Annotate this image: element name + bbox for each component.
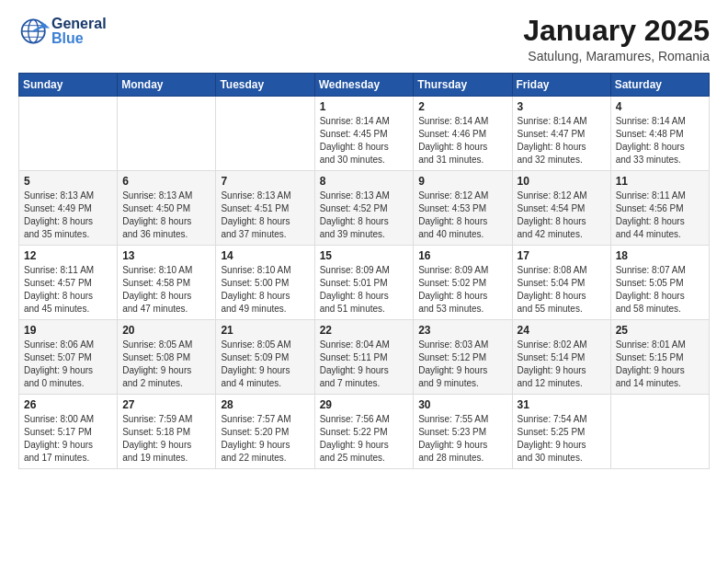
day-number: 4 — [616, 100, 704, 113]
table-row: 31Sunrise: 7:54 AMSunset: 5:25 PMDayligh… — [512, 395, 610, 469]
col-tuesday: Tuesday — [216, 74, 314, 97]
day-number: 16 — [418, 249, 506, 262]
table-row: 2Sunrise: 8:14 AMSunset: 4:46 PMDaylight… — [414, 97, 512, 171]
day-info: Sunrise: 8:06 AMSunset: 5:07 PMDaylight:… — [24, 339, 112, 390]
day-info: Sunrise: 8:08 AMSunset: 5:04 PMDaylight:… — [518, 264, 606, 316]
main-title: January 2025 — [523, 15, 710, 47]
table-row: 10Sunrise: 8:12 AMSunset: 4:54 PMDayligh… — [512, 171, 610, 246]
logo-blue-text: Blue — [51, 31, 107, 46]
table-row — [19, 97, 118, 171]
table-row: 3Sunrise: 8:14 AMSunset: 4:47 PMDaylight… — [512, 97, 610, 171]
day-number: 5 — [24, 175, 112, 188]
calendar-week-row: 26Sunrise: 8:00 AMSunset: 5:17 PMDayligh… — [19, 395, 710, 469]
table-row — [610, 395, 709, 469]
day-info: Sunrise: 8:13 AMSunset: 4:51 PMDaylight:… — [221, 190, 309, 241]
day-number: 25 — [616, 324, 704, 337]
calendar-week-row: 1Sunrise: 8:14 AMSunset: 4:45 PMDaylight… — [19, 97, 710, 171]
table-row: 16Sunrise: 8:09 AMSunset: 5:02 PMDayligh… — [414, 246, 512, 320]
day-number: 6 — [122, 175, 210, 188]
table-row: 27Sunrise: 7:59 AMSunset: 5:18 PMDayligh… — [118, 395, 216, 469]
day-number: 31 — [518, 398, 606, 411]
day-info: Sunrise: 8:05 AMSunset: 5:09 PMDaylight:… — [221, 339, 309, 390]
calendar-week-row: 5Sunrise: 8:13 AMSunset: 4:49 PMDaylight… — [19, 171, 710, 246]
day-info: Sunrise: 8:13 AMSunset: 4:52 PMDaylight:… — [320, 190, 409, 241]
col-wednesday: Wednesday — [314, 74, 414, 97]
day-info: Sunrise: 8:11 AMSunset: 4:56 PMDaylight:… — [616, 190, 704, 241]
day-number: 19 — [24, 324, 112, 337]
table-row: 7Sunrise: 8:13 AMSunset: 4:51 PMDaylight… — [216, 171, 314, 246]
day-number: 10 — [518, 175, 606, 188]
day-info: Sunrise: 7:55 AMSunset: 5:23 PMDaylight:… — [418, 413, 506, 465]
day-number: 29 — [320, 398, 409, 411]
day-info: Sunrise: 8:14 AMSunset: 4:46 PMDaylight:… — [418, 115, 506, 167]
table-row: 12Sunrise: 8:11 AMSunset: 4:57 PMDayligh… — [19, 246, 118, 320]
table-row: 28Sunrise: 7:57 AMSunset: 5:20 PMDayligh… — [216, 395, 314, 469]
day-info: Sunrise: 8:09 AMSunset: 5:01 PMDaylight:… — [320, 264, 409, 316]
title-block: January 2025 Satulung, Maramures, Romani… — [523, 15, 710, 63]
table-row: 23Sunrise: 8:03 AMSunset: 5:12 PMDayligh… — [414, 320, 512, 395]
logo-text: General Blue — [51, 17, 107, 46]
day-info: Sunrise: 8:01 AMSunset: 5:15 PMDaylight:… — [616, 339, 704, 390]
table-row: 15Sunrise: 8:09 AMSunset: 5:01 PMDayligh… — [314, 246, 414, 320]
day-number: 30 — [418, 398, 506, 411]
day-number: 12 — [24, 249, 112, 262]
table-row: 13Sunrise: 8:10 AMSunset: 4:58 PMDayligh… — [118, 246, 216, 320]
day-info: Sunrise: 8:05 AMSunset: 5:08 PMDaylight:… — [122, 339, 210, 390]
table-row: 19Sunrise: 8:06 AMSunset: 5:07 PMDayligh… — [19, 320, 118, 395]
header: General Blue January 2025 Satulung, Mara… — [18, 15, 710, 63]
table-row — [216, 97, 314, 171]
table-row: 4Sunrise: 8:14 AMSunset: 4:48 PMDaylight… — [610, 97, 709, 171]
table-row: 26Sunrise: 8:00 AMSunset: 5:17 PMDayligh… — [19, 395, 118, 469]
table-row: 17Sunrise: 8:08 AMSunset: 5:04 PMDayligh… — [512, 246, 610, 320]
page: General Blue January 2025 Satulung, Mara… — [0, 0, 728, 484]
day-number: 26 — [24, 398, 112, 411]
table-row: 11Sunrise: 8:11 AMSunset: 4:56 PMDayligh… — [610, 171, 709, 246]
day-number: 27 — [122, 398, 210, 411]
table-row: 29Sunrise: 7:56 AMSunset: 5:22 PMDayligh… — [314, 395, 414, 469]
col-friday: Friday — [512, 74, 610, 97]
day-info: Sunrise: 7:56 AMSunset: 5:22 PMDaylight:… — [320, 413, 409, 465]
day-info: Sunrise: 8:07 AMSunset: 5:05 PMDaylight:… — [616, 264, 704, 316]
table-row: 25Sunrise: 8:01 AMSunset: 5:15 PMDayligh… — [610, 320, 709, 395]
day-number: 22 — [320, 324, 409, 337]
day-info: Sunrise: 8:13 AMSunset: 4:49 PMDaylight:… — [24, 190, 112, 241]
table-row: 30Sunrise: 7:55 AMSunset: 5:23 PMDayligh… — [414, 395, 512, 469]
day-info: Sunrise: 8:14 AMSunset: 4:47 PMDaylight:… — [518, 115, 606, 167]
day-info: Sunrise: 7:57 AMSunset: 5:20 PMDaylight:… — [221, 413, 309, 465]
day-number: 28 — [221, 398, 309, 411]
day-number: 8 — [320, 175, 409, 188]
day-info: Sunrise: 7:59 AMSunset: 5:18 PMDaylight:… — [122, 413, 210, 465]
calendar-header-row: Sunday Monday Tuesday Wednesday Thursday… — [19, 74, 710, 97]
day-number: 20 — [122, 324, 210, 337]
day-info: Sunrise: 8:12 AMSunset: 4:54 PMDaylight:… — [518, 190, 606, 241]
table-row: 9Sunrise: 8:12 AMSunset: 4:53 PMDaylight… — [414, 171, 512, 246]
table-row: 20Sunrise: 8:05 AMSunset: 5:08 PMDayligh… — [118, 320, 216, 395]
table-row: 22Sunrise: 8:04 AMSunset: 5:11 PMDayligh… — [314, 320, 414, 395]
day-number: 21 — [221, 324, 309, 337]
day-number: 11 — [616, 175, 704, 188]
calendar-week-row: 19Sunrise: 8:06 AMSunset: 5:07 PMDayligh… — [19, 320, 710, 395]
table-row: 24Sunrise: 8:02 AMSunset: 5:14 PMDayligh… — [512, 320, 610, 395]
day-number: 13 — [122, 249, 210, 262]
col-saturday: Saturday — [610, 74, 709, 97]
day-info: Sunrise: 8:13 AMSunset: 4:50 PMDaylight:… — [122, 190, 210, 241]
day-info: Sunrise: 8:03 AMSunset: 5:12 PMDaylight:… — [418, 339, 506, 390]
logo-icon — [18, 15, 51, 48]
day-info: Sunrise: 7:54 AMSunset: 5:25 PMDaylight:… — [518, 413, 606, 465]
day-number: 24 — [518, 324, 606, 337]
table-row: 18Sunrise: 8:07 AMSunset: 5:05 PMDayligh… — [610, 246, 709, 320]
day-info: Sunrise: 8:11 AMSunset: 4:57 PMDaylight:… — [24, 264, 112, 316]
day-number: 7 — [221, 175, 309, 188]
day-number: 23 — [418, 324, 506, 337]
day-info: Sunrise: 8:10 AMSunset: 5:00 PMDaylight:… — [221, 264, 309, 316]
day-info: Sunrise: 8:09 AMSunset: 5:02 PMDaylight:… — [418, 264, 506, 316]
day-number: 18 — [616, 249, 704, 262]
day-info: Sunrise: 8:14 AMSunset: 4:45 PMDaylight:… — [320, 115, 409, 167]
day-info: Sunrise: 8:02 AMSunset: 5:14 PMDaylight:… — [518, 339, 606, 390]
day-number: 17 — [518, 249, 606, 262]
logo: General Blue — [18, 15, 107, 48]
table-row: 6Sunrise: 8:13 AMSunset: 4:50 PMDaylight… — [118, 171, 216, 246]
day-info: Sunrise: 8:12 AMSunset: 4:53 PMDaylight:… — [418, 190, 506, 241]
table-row: 5Sunrise: 8:13 AMSunset: 4:49 PMDaylight… — [19, 171, 118, 246]
day-number: 3 — [518, 100, 606, 113]
